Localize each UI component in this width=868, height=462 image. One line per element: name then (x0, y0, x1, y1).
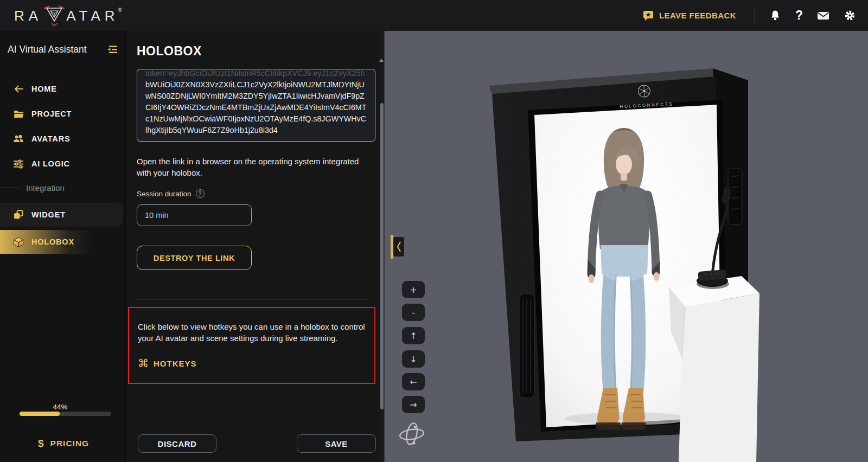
chevron-left-icon (396, 241, 401, 253)
token-line: bWUiOiJ0ZXN0X3VzZXIiLCJ1c2VyX2lkIjoiNWU2… (145, 79, 367, 91)
widget-icon (13, 210, 24, 220)
sidebar-item-project[interactable]: PROJECT (0, 102, 123, 126)
usage-progress-label: 44% (48, 403, 73, 411)
sidebar-item-label: HOME (31, 85, 57, 93)
usage-progress-bar (20, 412, 111, 416)
dollar-icon: $ (38, 438, 44, 450)
hotkeys-description: Click below to view hotkeys you can use … (138, 321, 370, 344)
feedback-icon (642, 10, 654, 21)
panel-scrollbar-thumb[interactable] (380, 103, 384, 409)
hotkeys-highlight-box: Click below to view hotkeys you can use … (128, 307, 375, 384)
logo-registered-mark: ® (118, 7, 122, 13)
pricing-label: PRICING (50, 439, 90, 448)
move-up-button[interactable]: ↑ (402, 327, 425, 344)
holobox-3d-preview[interactable]: HOLOCONNECTS (385, 31, 868, 462)
open-link-instruction: Open the link in a browser on the operat… (137, 156, 371, 178)
panel-collapse-button[interactable] (393, 237, 404, 256)
folder-icon (13, 110, 24, 118)
discard-button[interactable]: DISCARD (138, 434, 216, 453)
topbar: RA ATAR ® LEAVE FEEDBACK (0, 0, 868, 31)
ravatar-logo[interactable]: RA ATAR ® (14, 5, 122, 27)
token-line: wNS00ZDNjLWI0YmItM2M3ZDY5YjIwZTA1IiwicHJ… (145, 91, 367, 102)
cube-icon (13, 237, 24, 247)
sidebar-section-integration: Integration (0, 176, 123, 200)
pricing-button[interactable]: $ PRICING (38, 438, 89, 450)
scrollbar-up-arrow[interactable] (379, 59, 384, 62)
holobox-3d-viewport[interactable]: HOLOCONNECTS (384, 31, 868, 462)
sidebar-title: AI Virtual Assistant (8, 44, 87, 55)
mail-icon[interactable] (817, 11, 829, 21)
holobox-settings-panel: HOLOBOX token=eyJhbGciOiJIUzI1NiIsInR5cC… (125, 31, 384, 462)
leave-feedback-button[interactable]: LEAVE FEEDBACK (642, 10, 736, 21)
sidebar-item-holobox[interactable]: HOLOBOX (0, 230, 123, 254)
topbar-divider (755, 8, 755, 24)
token-line: CI6IjY4OWRiZDczNmE4MTBmZjUxZjAwMDE4YiIsI… (145, 102, 367, 113)
hotkeys-button[interactable]: ⌘ HOTKEYS (138, 358, 197, 369)
zoom-out-button[interactable]: - (402, 304, 425, 321)
session-duration-row: Session duration ? (137, 189, 205, 198)
leave-feedback-label: LEAVE FEEDBACK (659, 11, 736, 20)
sidebar-item-label: AI LOGIC (31, 159, 70, 168)
sidebar-item-label: HOLOBOX (31, 238, 74, 246)
sidebar-item-home[interactable]: HOME (0, 77, 123, 101)
move-left-button[interactable]: ← (402, 373, 425, 390)
logo-text-right: ATAR (66, 5, 119, 27)
token-line: c1NzUwMjMxOCwiaWF0IjoxNzU2OTAyMzE4fQ.s8J… (145, 113, 367, 125)
section-dashed-line (0, 188, 21, 188)
move-right-button[interactable]: → (402, 396, 425, 413)
usage-progress-fill (20, 412, 60, 416)
sidebar-item-widget[interactable]: WIDGET (0, 203, 123, 227)
token-line: lhgXtijIb5qYWuuF6Z7Z9oHb1j2u8i3d4 (145, 125, 367, 136)
command-icon: ⌘ (138, 358, 149, 369)
orbit-rotate-icon (397, 420, 426, 449)
help-icon[interactable]: ? (795, 8, 803, 23)
topbar-right: LEAVE FEEDBACK ? (642, 8, 856, 24)
sidebar-header: AI Virtual Assistant (0, 31, 125, 69)
holobox-link-token-field[interactable]: token=eyJhbGciOiJIUzI1NiIsInR5cCI6IkpXVC… (137, 69, 375, 142)
logo-text-left: RA (14, 5, 42, 27)
move-down-button[interactable]: ↓ (402, 350, 425, 368)
podium (669, 276, 760, 462)
session-duration-help-icon[interactable]: ? (196, 189, 205, 198)
sidebar: AI Virtual Assistant HOME (0, 31, 125, 462)
people-icon (13, 134, 24, 143)
token-line-faded: token=eyJhbGciOiJIUzI1NiIsInR5cCI6IkpXVC… (145, 69, 367, 79)
sliders-icon (13, 159, 24, 169)
back-arrow-icon (13, 85, 24, 93)
destroy-link-button[interactable]: DESTROY THE LINK (137, 246, 252, 270)
panel-scrollbar-track[interactable] (380, 31, 384, 462)
sidebar-item-avatars[interactable]: AVATARS (0, 127, 123, 151)
bell-icon[interactable] (769, 10, 781, 21)
session-duration-input[interactable] (137, 204, 252, 226)
sidebar-item-ai-logic[interactable]: AI LOGIC (0, 152, 123, 176)
sidebar-item-label: WIDGET (31, 210, 66, 219)
section-label: Integration (26, 183, 65, 193)
sidebar-item-label: PROJECT (31, 110, 72, 118)
dashed-divider (137, 299, 371, 299)
gear-icon[interactable] (844, 9, 856, 22)
ravatar-triangle-icon (42, 5, 66, 27)
hotkeys-label: HOTKEYS (154, 359, 197, 368)
cabinet-left-grille (519, 294, 534, 398)
page-title: HOLOBOX (137, 44, 202, 59)
session-duration-label: Session duration (137, 190, 192, 198)
sidebar-item-label: AVATARS (31, 134, 70, 143)
zoom-in-button[interactable]: + (402, 281, 425, 298)
menu-collapse-icon[interactable] (106, 45, 118, 56)
save-button[interactable]: SAVE (297, 434, 376, 453)
app-root: RA ATAR ® LEAVE FEEDBACK (0, 0, 868, 462)
